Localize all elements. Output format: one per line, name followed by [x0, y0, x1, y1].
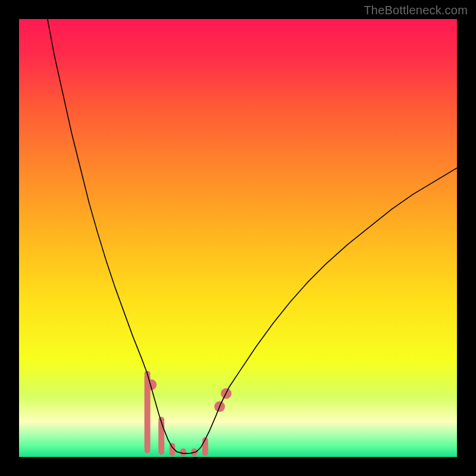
svg-rect-4	[158, 419, 164, 452]
svg-point-6	[158, 449, 164, 455]
watermark-text: TheBottleneck.com	[364, 4, 468, 17]
svg-point-18	[202, 450, 208, 456]
bottleneck-chart	[19, 19, 457, 457]
svg-point-2	[145, 447, 151, 453]
plot-area	[19, 19, 457, 457]
gradient-background	[19, 19, 457, 457]
chart-frame: TheBottleneck.com	[0, 0, 476, 476]
svg-point-9	[170, 450, 176, 456]
